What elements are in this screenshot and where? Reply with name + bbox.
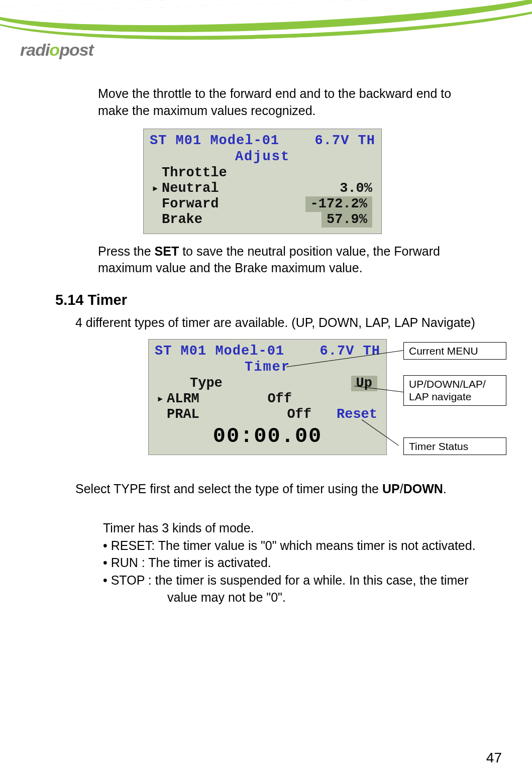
lcd2-time: 00:00.00 <box>155 424 380 449</box>
timer-modes-block: Timer has 3 kinds of mode. • RESET: The … <box>103 519 487 606</box>
lcd2-pral-label: PRAL <box>167 407 199 422</box>
cursor-arrow-icon: ▸ <box>152 182 159 196</box>
brand-logo: radiopost <box>20 40 93 60</box>
timer-types-intro: 4 different types of timer are available… <box>75 315 487 330</box>
page-number: 47 <box>486 750 502 766</box>
lcd2-title: Timer <box>155 360 380 375</box>
mode-stop-cont: value may not be "0". <box>167 589 487 606</box>
instruction-select-type: Select TYPE first and select the type of… <box>75 482 487 496</box>
lcd2-volt: 6.7V TH <box>320 344 380 359</box>
lcd1-row-throttle: Throttle <box>162 165 227 181</box>
callout-timer-status: Timer Status <box>403 437 506 455</box>
lcd1-st: ST M01 Model-01 <box>150 133 279 148</box>
lcd1-row-brake: Brake <box>162 212 202 228</box>
section-heading-timer: 5.14 Timer <box>55 292 487 308</box>
header-swoosh <box>0 0 532 35</box>
lcd2-reset: Reset <box>337 407 377 422</box>
mode-stop: • STOP : the timer is suspended for a wh… <box>103 572 487 589</box>
lcd2-st: ST M01 Model-01 <box>155 344 284 359</box>
modes-intro: Timer has 3 kinds of mode. <box>103 519 487 537</box>
lcd1-row-forward: Forward <box>162 196 219 212</box>
instruction-set: Press the SET to save the neutral positi… <box>98 243 477 277</box>
lcd1-volt: 6.7V TH <box>315 133 375 148</box>
callout-current-menu: Current MENU <box>403 342 506 360</box>
lcd2-alrm-label: ALRM <box>167 391 199 407</box>
mode-run: • RUN : The timer is activated. <box>103 554 487 572</box>
lcd2-type-value: Up <box>351 376 377 391</box>
lcd2-type-label: Type <box>190 376 223 391</box>
lcd2-alrm-value: Off <box>267 391 292 407</box>
lcd-adjust-screenshot: ST M01 Model-01 6.7V TH Adjust Throttle … <box>143 129 382 234</box>
instruction-throttle: Move the throttle to the forward end and… <box>98 85 477 120</box>
lcd-timer-screenshot: ST M01 Model-01 6.7V TH Timer Type Up ▸ … <box>148 339 387 455</box>
mode-reset: • RESET: The timer value is "0" which me… <box>103 537 487 554</box>
lcd1-title: Adjust <box>150 149 375 164</box>
lcd1-row-neutral: Neutral <box>162 181 219 196</box>
cursor-arrow-icon: ▸ <box>157 392 164 406</box>
callout-types: UP/DOWN/LAP/ LAP navigate <box>403 375 506 405</box>
lcd2-pral-value: Off <box>287 407 311 422</box>
